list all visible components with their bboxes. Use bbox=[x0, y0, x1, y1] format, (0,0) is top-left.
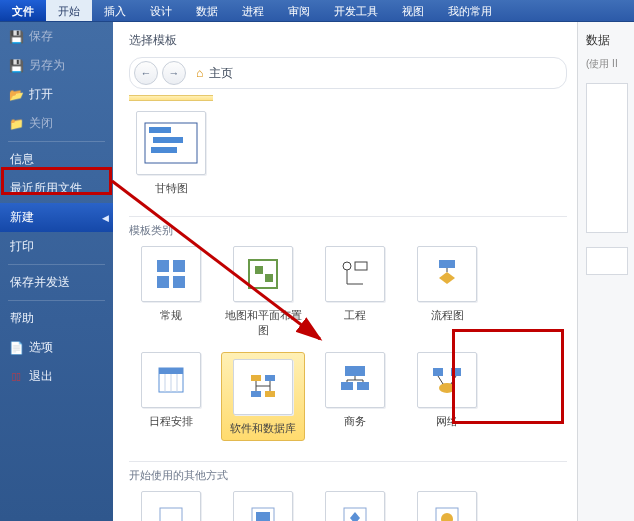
sidebar-label: 保存并发送 bbox=[10, 274, 70, 291]
svg-rect-2 bbox=[153, 137, 183, 143]
category-label: 日程安排 bbox=[149, 414, 193, 429]
nav-back-button[interactable]: ← bbox=[134, 61, 158, 85]
breadcrumb[interactable]: ⌂ 主页 bbox=[196, 65, 233, 82]
svg-rect-24 bbox=[265, 375, 275, 381]
preview-small-thumb bbox=[586, 247, 628, 275]
svg-point-11 bbox=[343, 262, 351, 270]
category-thumb bbox=[141, 246, 201, 302]
tab-design[interactable]: 设计 bbox=[138, 0, 184, 21]
sidebar-item-new[interactable]: 新建 bbox=[0, 203, 113, 232]
svg-rect-19 bbox=[159, 368, 183, 374]
sidebar-item-recent[interactable]: 最近所用文件 bbox=[0, 174, 113, 203]
tab-data[interactable]: 数据 bbox=[184, 0, 230, 21]
sidebar-label: 选项 bbox=[29, 339, 53, 356]
sidebar-item-options[interactable]: 📄 选项 bbox=[0, 333, 113, 362]
svg-rect-4 bbox=[157, 260, 169, 272]
svg-rect-23 bbox=[251, 375, 261, 381]
preview-large-thumb bbox=[586, 83, 628, 233]
otherway-item-1[interactable] bbox=[129, 491, 213, 521]
svg-rect-32 bbox=[357, 382, 369, 390]
save-icon: 💾 bbox=[10, 30, 23, 44]
svg-rect-5 bbox=[173, 260, 185, 272]
sidebar-item-exit[interactable]: �⃞ 退出 bbox=[0, 362, 113, 391]
category-network[interactable]: 网络 bbox=[405, 352, 489, 441]
sidebar-item-print[interactable]: 打印 bbox=[0, 232, 113, 261]
category-label: 工程 bbox=[344, 308, 366, 323]
otherway-thumb bbox=[233, 491, 293, 521]
sidebar-label: 帮助 bbox=[10, 310, 34, 327]
category-thumb bbox=[417, 246, 477, 302]
category-thumb bbox=[325, 352, 385, 408]
svg-rect-1 bbox=[149, 127, 171, 133]
otherway-item-4[interactable] bbox=[405, 491, 489, 521]
open-icon: 📂 bbox=[10, 88, 23, 102]
sidebar-label: 打印 bbox=[10, 238, 34, 255]
tab-review[interactable]: 审阅 bbox=[276, 0, 322, 21]
sidebar-item-open[interactable]: 📂 打开 bbox=[0, 80, 113, 109]
breadcrumb-home: 主页 bbox=[209, 65, 233, 82]
tab-view[interactable]: 视图 bbox=[390, 0, 436, 21]
category-engineer[interactable]: 工程 bbox=[313, 246, 397, 338]
category-schedule[interactable]: 日程安排 bbox=[129, 352, 213, 441]
category-label: 流程图 bbox=[431, 308, 464, 323]
close-icon: 📁 bbox=[10, 117, 23, 131]
backstage-content: 选择模板 ← → ⌂ 主页 甘特图 bbox=[113, 22, 578, 521]
sidebar-item-save-as[interactable]: 💾 另存为 bbox=[0, 51, 113, 80]
otherway-thumb bbox=[325, 491, 385, 521]
category-flow[interactable]: 流程图 bbox=[405, 246, 489, 338]
preview-note: (使用 II bbox=[586, 57, 626, 71]
sidebar-item-close[interactable]: 📁 关闭 bbox=[0, 109, 113, 138]
category-label: 网络 bbox=[436, 414, 458, 429]
category-thumb bbox=[141, 352, 201, 408]
sidebar-label: 信息 bbox=[10, 151, 34, 168]
sidebar-item-info[interactable]: 信息 bbox=[0, 145, 113, 174]
svg-rect-42 bbox=[160, 508, 182, 521]
backstage-sidebar: 💾 保存 💾 另存为 📂 打开 📁 关闭 信息 最近所用文件 新建 打印 bbox=[0, 22, 113, 521]
save-as-icon: 💾 bbox=[10, 59, 23, 73]
category-thumb bbox=[325, 246, 385, 302]
sidebar-item-save[interactable]: 💾 保存 bbox=[0, 22, 113, 51]
category-thumb bbox=[417, 352, 477, 408]
tab-home[interactable]: 开始 bbox=[46, 0, 92, 21]
category-software-db[interactable]: 软件和数据库 bbox=[221, 352, 305, 441]
sidebar-label: 退出 bbox=[29, 368, 53, 385]
category-label: 软件和数据库 bbox=[230, 421, 296, 436]
otherway-item-2[interactable] bbox=[221, 491, 305, 521]
ribbon-tabs: 文件 开始 插入 设计 数据 进程 审阅 开发工具 视图 我的常用 bbox=[0, 0, 634, 22]
sidebar-item-save-send[interactable]: 保存并发送 bbox=[0, 268, 113, 297]
tab-file[interactable]: 文件 bbox=[0, 0, 46, 21]
category-general[interactable]: 常规 bbox=[129, 246, 213, 338]
otherway-item-3[interactable] bbox=[313, 491, 397, 521]
svg-marker-16 bbox=[439, 272, 455, 284]
tab-devtools[interactable]: 开发工具 bbox=[322, 0, 390, 21]
svg-point-39 bbox=[439, 383, 455, 393]
svg-rect-12 bbox=[355, 262, 367, 270]
svg-rect-31 bbox=[341, 382, 353, 390]
section-categories: 模板类别 bbox=[129, 216, 567, 238]
template-label: 甘特图 bbox=[155, 181, 188, 196]
category-thumb bbox=[233, 359, 293, 415]
template-gantt[interactable]: 甘特图 bbox=[129, 111, 213, 196]
svg-rect-15 bbox=[439, 260, 455, 268]
tab-insert[interactable]: 插入 bbox=[92, 0, 138, 21]
category-business[interactable]: 商务 bbox=[313, 352, 397, 441]
svg-rect-9 bbox=[255, 266, 263, 274]
sidebar-label: 另存为 bbox=[29, 57, 65, 74]
category-map[interactable]: 地图和平面布置图 bbox=[221, 246, 305, 338]
svg-rect-44 bbox=[256, 512, 270, 521]
gantt-thumb bbox=[136, 111, 206, 175]
exit-icon: �⃞ bbox=[10, 370, 23, 384]
sidebar-label: 新建 bbox=[10, 209, 34, 226]
category-grid: 常规 地图和平面布置图 工程 流程图 bbox=[129, 246, 567, 455]
sidebar-label: 关闭 bbox=[29, 115, 53, 132]
category-thumb bbox=[233, 246, 293, 302]
svg-line-40 bbox=[438, 376, 443, 384]
tab-custom[interactable]: 我的常用 bbox=[436, 0, 504, 21]
tab-process[interactable]: 进程 bbox=[230, 0, 276, 21]
category-label: 商务 bbox=[344, 414, 366, 429]
category-label: 常规 bbox=[160, 308, 182, 323]
nav-forward-button[interactable]: → bbox=[162, 61, 186, 85]
sidebar-item-help[interactable]: 帮助 bbox=[0, 304, 113, 333]
template-nav: ← → ⌂ 主页 bbox=[129, 57, 567, 89]
svg-line-41 bbox=[451, 376, 456, 384]
